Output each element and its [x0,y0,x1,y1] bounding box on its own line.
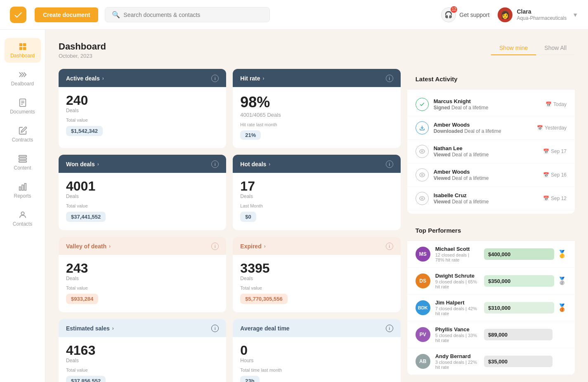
won-deals-chevron-icon[interactable]: › [97,161,99,167]
estimated-sales-title: Estimated sales › [66,325,114,332]
support-button[interactable]: 🎧 12 Get support [441,7,489,22]
nav-right: 🎧 12 Get support 👩 Clara Aqua-Pharmaceut… [441,7,578,22]
active-deals-total-label: Total value [66,118,219,123]
estimated-sales-chevron-icon[interactable]: › [112,325,114,331]
hit-rate-body: 98% 4001/4065 Deals Hit rate last month … [233,87,400,148]
performer-name-3: Phyllis Vance [435,326,479,332]
expired-chevron-icon[interactable]: › [264,243,266,249]
expired-total-value: $5,770,305,556 [240,294,287,304]
silver-medal-icon: 🥈 [557,276,567,285]
dealboard-icon [18,70,27,79]
sidebar-item-documents-label: Documents [10,109,35,115]
sidebar-item-content[interactable]: Content [5,150,41,175]
performer-name-0: Michael Scott [435,246,479,252]
support-label: Get support [459,12,489,18]
hot-deals-info-icon[interactable]: i [386,160,393,168]
sidebar-item-dashboard[interactable]: Dashboard [5,38,41,63]
activity-date-0: 📅 Today [545,101,567,107]
active-deals-chevron-icon[interactable]: › [102,75,104,81]
performer-info-2: Jim Halpert 7 closed deals | 42% hit rat… [435,299,479,316]
svg-point-17 [421,174,423,176]
performer-bar-0: $400,000 🥇 [484,248,567,260]
performer-item-4: AB Andy Bernard 3 closed deals | 22% hit… [407,348,575,375]
active-deals-info-icon[interactable]: i [211,75,219,82]
contacts-icon [18,210,27,219]
user-name: Clara [517,8,567,15]
activity-date-4: 📅 Sep 12 [543,196,567,201]
svg-rect-9 [19,158,26,160]
performer-item-1: DS Dwight Schrute 9 closed deals | 65% h… [407,268,575,295]
svg-point-18 [421,198,423,199]
activity-date-3: 📅 Sep 16 [543,172,567,178]
estimated-sales-header: Estimated sales › i [59,319,226,337]
activity-item-3: Amber Woods Viewed Deal of a lifetime 📅 … [407,163,575,187]
dashboard-grid: Active deals › i 240 Deals Total value $… [59,69,575,382]
performer-item-0: MS Michael Scott 12 closed deals | 78% h… [407,241,575,268]
valley-info-icon[interactable]: i [211,243,219,250]
performer-bar-3: $89,000 [484,329,567,340]
left-cards: Active deals › i 240 Deals Total value $… [59,69,401,382]
sidebar-item-contacts-label: Contacts [13,221,32,227]
won-deals-info-icon[interactable]: i [211,160,219,168]
svg-rect-8 [19,156,26,157]
avg-deal-time-body: 0 Hours Total time last month 23h [233,337,400,382]
view-mine-button[interactable]: Show mine [491,41,536,55]
estimated-sales-total-value: $37,856,552 [66,376,106,382]
user-menu[interactable]: 👩 Clara Aqua-Pharmaceuticals ▼ [498,7,578,22]
search-bar: 🔍 [105,7,270,22]
performer-bar-2: $310,000 🥉 [484,302,567,314]
active-deals-label: Deals [66,108,219,113]
activity-check-icon [416,98,429,111]
avg-deal-time-label: Hours [240,358,393,363]
sidebar-item-contracts[interactable]: Contracts [5,122,41,147]
create-document-button[interactable]: Create document [35,7,98,22]
sidebar-item-contacts[interactable]: Contacts [5,206,41,231]
activity-name-0: Marcus Knight [434,98,541,104]
expired-card: Expired › i 3395 Deals Total value $5,77… [233,237,400,312]
hit-rate-info-icon[interactable]: i [386,75,393,82]
estimated-sales-info-icon[interactable]: i [211,325,219,332]
valley-chevron-icon[interactable]: › [109,243,111,249]
sidebar-item-content-label: Content [14,165,31,171]
activity-desc-3: Viewed Deal of a lifetime [434,175,538,181]
hit-rate-last-month-value: 21% [240,130,261,140]
won-deals-value: 4001 [66,179,219,193]
performer-avatar-3: PV [416,327,430,342]
avg-deal-time-info-icon[interactable]: i [386,325,393,332]
performer-info-1: Dwight Schrute 9 closed deals | 65% hit … [435,273,479,289]
hit-rate-value: 98% [240,94,393,111]
estimated-sales-total-label: Total value [66,368,219,373]
search-input[interactable] [123,12,263,18]
activity-desc-1: Downloaded Deal of a lifetime [434,128,532,134]
support-badge: 12 [451,6,457,13]
reports-icon [18,182,27,191]
view-all-button[interactable]: Show All [536,41,575,55]
hot-deals-last-month-value: $0 [240,212,256,222]
calendar-icon-3: 📅 [543,172,549,178]
sidebar: Dashboard Dealboard Documents Contracts … [0,30,45,382]
gold-medal-icon: 🥇 [557,250,567,259]
expired-info-icon[interactable]: i [386,243,393,250]
hit-rate-chevron-icon[interactable]: › [263,75,264,81]
topnav: Create document 🔍 🎧 12 Get support 👩 Cla… [0,0,588,30]
sidebar-item-dealboard[interactable]: Dealboard [5,66,41,91]
sidebar-item-dealboard-label: Dealboard [11,81,34,87]
hot-deals-chevron-icon[interactable]: › [269,161,270,167]
performer-name-1: Dwight Schrute [435,273,479,279]
activity-text-3: Amber Woods Viewed Deal of a lifetime [434,169,538,181]
hot-deals-title: Hot deals › [240,161,270,167]
hot-deals-body: 17 Deals Last Month $0 [233,173,400,230]
sidebar-item-reports[interactable]: Reports [5,178,41,203]
bronze-medal-icon: 🥉 [557,303,567,312]
sidebar-item-documents[interactable]: Documents [5,94,41,119]
active-deals-body: 240 Deals Total value $1,542,342 [59,87,226,144]
svg-point-16 [421,151,423,152]
valley-body: 243 Deals Total value $933,284 [59,255,226,312]
sidebar-item-contracts-label: Contracts [12,137,33,143]
activity-text-2: Nathan Lee Viewed Deal of a lifetime [434,145,538,158]
activity-desc-0: Signed Deal of a lifetime [434,105,541,111]
valley-value: 243 [66,262,219,275]
hit-rate-title: Hit rate › [240,75,264,82]
performer-sub-3: 5 closed deals | 33% hit rate [435,333,479,343]
activity-desc-2: Viewed Deal of a lifetime [434,152,538,158]
